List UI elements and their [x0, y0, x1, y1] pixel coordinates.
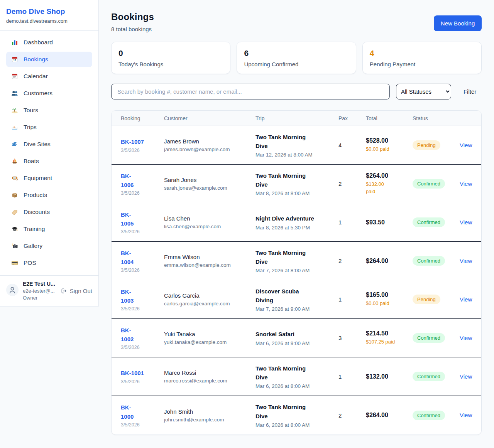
pax-count: 1	[338, 373, 366, 380]
page-subtitle: 8 total bookings	[111, 26, 154, 32]
stat-card-todays-bookings: 0 Today's Bookings	[111, 42, 230, 74]
sidebar-item-training[interactable]: Training	[6, 221, 92, 237]
search-input[interactable]	[111, 84, 390, 99]
user-name: E2E Test U...	[23, 281, 55, 287]
view-link[interactable]: View	[460, 373, 472, 380]
sidebar-item-label: Products	[24, 192, 47, 199]
table-header-row: Booking Customer Trip Pax Total Status	[112, 111, 481, 126]
table-row: BK- 10003/5/2026 John Smithjohn.smith@ex…	[112, 396, 481, 435]
avatar	[6, 284, 19, 296]
sidebar-item-label: Bookings	[24, 56, 48, 63]
sidebar-item-pos[interactable]: POS	[6, 255, 92, 271]
table-row: BK- 10053/5/2026 Lisa Chenlisa.chen@exam…	[112, 203, 481, 242]
pax-count: 2	[338, 412, 366, 419]
view-link[interactable]: View	[460, 258, 472, 264]
sidebar-item-equipment[interactable]: Equipment	[6, 170, 92, 186]
customer-email: carlos.garcia@example.com	[164, 301, 255, 307]
booking-id-link[interactable]: BK- 1002	[121, 326, 134, 344]
sidebar-item-customers[interactable]: Customers	[6, 86, 92, 101]
stat-card-pending-payment: 4 Pending Payment	[362, 42, 482, 74]
stat-label: Upcoming Confirmed	[244, 61, 349, 67]
booking-id-link[interactable]: BK- 1003	[121, 287, 134, 305]
status-badge: Confirmed	[413, 179, 445, 189]
sidebar-item-calendar[interactable]: Calendar	[6, 69, 92, 84]
speedboat-icon	[11, 124, 18, 131]
booking-date: 3/5/2026	[121, 379, 164, 384]
sidebar-user-footer: E2E Test U... e2e-tester@... Owner Sign …	[0, 275, 98, 306]
table-row: BK- 10063/5/2026 Sarah Jonessarah.jones@…	[112, 165, 481, 203]
calendar-icon	[11, 73, 18, 80]
total-amount: $132.00	[366, 373, 413, 380]
total-amount: $264.00	[366, 412, 413, 419]
column-header-customer: Customer	[164, 115, 255, 121]
camera-icon	[11, 243, 18, 249]
new-booking-button[interactable]: New Booking	[434, 15, 482, 31]
trip-name: Two Tank Morning Dive	[255, 133, 338, 151]
status-badge: Confirmed	[413, 333, 445, 343]
sidebar-item-dive-sites[interactable]: Dive Sites	[6, 136, 92, 152]
column-header-status: Status	[413, 115, 460, 121]
pax-count: 1	[338, 296, 366, 303]
credit-card-icon	[11, 259, 18, 266]
stat-card-upcoming-confirmed: 6 Upcoming Confirmed	[237, 42, 356, 74]
trip-datetime: Mar 6, 2026 at 8:00 AM	[255, 422, 338, 428]
view-link[interactable]: View	[460, 412, 472, 418]
customer-name: Emma Wilson	[164, 254, 255, 260]
view-link[interactable]: View	[460, 296, 472, 303]
people-icon	[11, 90, 18, 97]
booking-id-link[interactable]: BK- 1004	[121, 249, 134, 267]
status-badge: Pending	[413, 140, 440, 150]
wave-icon	[11, 141, 18, 148]
sidebar-item-label: POS	[24, 259, 36, 266]
sidebar-item-label: Tours	[24, 107, 38, 114]
svg-text:17: 17	[13, 59, 16, 62]
sidebar-item-trips[interactable]: Trips	[6, 120, 92, 135]
status-badge: Confirmed	[413, 217, 445, 227]
page-header-text: Bookings 8 total bookings	[111, 12, 154, 32]
sidebar-item-label: Training	[24, 226, 45, 232]
dive-mask-icon	[11, 175, 18, 182]
sign-out-button[interactable]: Sign Out	[61, 288, 92, 294]
sidebar-item-products[interactable]: Products	[6, 187, 92, 203]
sidebar-item-label: Equipment	[24, 175, 52, 182]
sidebar-item-boats[interactable]: Boats	[6, 153, 92, 169]
island-icon	[11, 107, 18, 114]
shop-domain: demo.test.divestreams.com	[6, 18, 92, 24]
filter-button[interactable]: Filter	[458, 85, 482, 98]
view-link[interactable]: View	[460, 142, 472, 148]
booking-id-link[interactable]: BK- 1006	[121, 172, 134, 190]
booking-id-link[interactable]: BK-1007	[121, 137, 144, 146]
sidebar-item-bookings[interactable]: 17 Bookings	[6, 52, 92, 67]
booking-id-link[interactable]: BK-1001	[121, 369, 144, 377]
status-filter-select[interactable]: All Statuses	[396, 84, 451, 99]
stat-label: Today's Bookings	[118, 61, 223, 67]
table-row: BK- 10023/5/2026 Yuki Tanakayuki.tanaka@…	[112, 319, 481, 357]
view-link[interactable]: View	[460, 335, 472, 341]
booking-id-link[interactable]: BK- 1005	[121, 210, 134, 228]
customer-email: marco.rossi@example.com	[164, 378, 255, 384]
customer-name: Marco Rossi	[164, 369, 255, 376]
sidebar-item-dashboard[interactable]: Dashboard	[6, 35, 92, 50]
page-title: Bookings	[111, 12, 154, 22]
trip-datetime: Mar 8, 2026 at 8:00 AM	[255, 190, 338, 196]
view-link[interactable]: View	[460, 219, 472, 226]
trip-name: Two Tank Morning Dive	[255, 171, 338, 189]
trip-name: Two Tank Morning Dive	[255, 248, 338, 266]
pax-count: 4	[338, 142, 366, 148]
sidebar-item-tours[interactable]: Tours	[6, 103, 92, 118]
booking-date: 3/5/2026	[121, 422, 164, 428]
table-row: BK-10073/5/2026 James Brownjames.brown@e…	[112, 126, 481, 165]
trip-name: Two Tank Morning Dive	[255, 403, 338, 421]
trip-datetime: Mar 8, 2026 at 5:30 PM	[255, 225, 338, 231]
column-header-booking: Booking	[121, 115, 164, 121]
paid-amount: $107.25 paid	[366, 339, 413, 345]
table-row: BK- 10033/5/2026 Carlos Garciacarlos.gar…	[112, 280, 481, 319]
booking-id-link[interactable]: BK- 1000	[121, 403, 134, 421]
stat-value: 0	[118, 49, 223, 58]
total-amount: $528.00	[366, 137, 413, 144]
sidebar-item-gallery[interactable]: Gallery	[6, 238, 92, 254]
sidebar-item-discounts[interactable]: Discounts	[6, 204, 92, 220]
customer-email: james.brown@example.com	[164, 147, 255, 152]
view-link[interactable]: View	[460, 180, 472, 187]
customer-name: Lisa Chen	[164, 215, 255, 222]
